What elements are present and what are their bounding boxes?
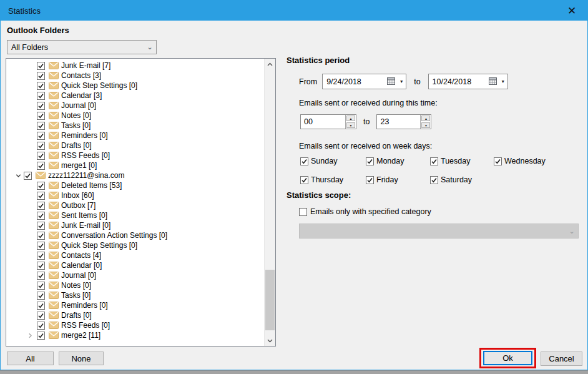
tree-item[interactable]: Quick Step Settings [0]	[6, 81, 265, 91]
weekday-checkbox-thursday[interactable]: Thursday	[300, 175, 343, 184]
folder-checkbox[interactable]	[37, 292, 45, 300]
hour-to-spinner[interactable]: ▲ ▼	[376, 114, 431, 129]
folder-checkbox[interactable]	[37, 162, 45, 170]
from-date-input[interactable]	[323, 77, 387, 87]
folder-checkbox[interactable]	[37, 322, 45, 330]
tree-item[interactable]: Sent Items [0]	[6, 210, 265, 220]
folder-checkbox[interactable]	[37, 262, 45, 270]
tree-item[interactable]: Tasks [0]	[6, 121, 265, 130]
weekday-checkbox-sunday[interactable]: Sunday	[300, 157, 337, 165]
folder-checkbox[interactable]	[37, 302, 45, 310]
tree-item[interactable]: Notes [0]	[6, 280, 265, 290]
folder-checkbox[interactable]	[37, 312, 45, 320]
spin-up-icon[interactable]: ▲	[421, 116, 430, 121]
category-checkbox-row[interactable]: Emails only with specified category	[299, 207, 431, 216]
folder-checkbox[interactable]	[37, 82, 45, 90]
tree-item[interactable]: Drafts [0]	[6, 310, 265, 320]
hour-to-input[interactable]	[377, 115, 420, 129]
tree-item[interactable]: Deleted Items [53]	[6, 180, 265, 190]
tree-item[interactable]: zzzz112211@sina.com	[6, 170, 265, 180]
date-dropdown-caret-icon[interactable]: ▼	[397, 79, 406, 84]
tree-item[interactable]: merge2 [11]	[6, 330, 265, 340]
tree-item[interactable]: Calendar [0]	[6, 260, 265, 270]
tree-item[interactable]: Reminders [0]	[6, 300, 265, 310]
weekday-checkbox-wednesday[interactable]: Wednesday	[494, 157, 546, 165]
tree-item[interactable]: Junk E-mail [0]	[6, 220, 265, 230]
tree-item[interactable]: Calendar [3]	[6, 91, 265, 101]
time-to-label: to	[363, 117, 370, 126]
spin-down-icon[interactable]: ▼	[346, 122, 355, 128]
folder-checkbox[interactable]	[37, 222, 45, 230]
date-dropdown-caret-icon[interactable]: ▼	[499, 79, 507, 84]
scrollbar-thumb[interactable]	[265, 270, 275, 330]
from-date-picker[interactable]: ▼	[322, 74, 406, 89]
weekday-checkbox-friday[interactable]: Friday	[366, 175, 398, 184]
folder-checkbox[interactable]	[24, 172, 32, 180]
folder-checkbox[interactable]	[37, 62, 45, 70]
none-button[interactable]: None	[59, 352, 104, 365]
ok-button[interactable]: Ok	[483, 351, 532, 365]
folder-checkbox[interactable]	[37, 202, 45, 210]
folder-checkbox[interactable]	[37, 122, 45, 130]
folder-label: RSS Feeds [0]	[61, 321, 110, 330]
tree-item[interactable]: Reminders [0]	[6, 130, 265, 140]
weekday-checkbox-monday[interactable]: Monday	[366, 157, 404, 165]
mail-folder-icon	[49, 102, 59, 109]
category-select-disabled: ⌄	[299, 224, 579, 239]
folder-checkbox[interactable]	[37, 132, 45, 140]
spin-down-icon[interactable]: ▼	[421, 122, 430, 128]
folder-checkbox[interactable]	[37, 212, 45, 220]
dates-to-label: to	[414, 77, 420, 86]
tree-item[interactable]: Contacts [3]	[6, 71, 265, 81]
tree-item[interactable]: Inbox [60]	[6, 190, 265, 200]
all-button[interactable]: All	[7, 352, 54, 365]
mail-folder-icon	[49, 252, 59, 259]
to-date-input[interactable]	[429, 77, 489, 87]
folder-checkbox[interactable]	[37, 242, 45, 250]
checkbox-icon[interactable]	[299, 208, 307, 216]
spin-up-icon[interactable]: ▲	[346, 116, 355, 121]
folders-filter-select[interactable]: All Folders ⌄	[7, 40, 157, 54]
hour-from-spinner[interactable]: ▲ ▼	[300, 114, 356, 129]
mail-folder-icon	[49, 182, 59, 189]
tree-item[interactable]: Conversation Action Settings [0]	[6, 230, 265, 240]
tree-item[interactable]: Journal [0]	[6, 101, 265, 111]
cancel-button[interactable]: Cancel	[541, 352, 582, 366]
tree-item[interactable]: merge1 [0]	[6, 160, 265, 170]
weekday-checkbox-saturday[interactable]: Saturday	[430, 175, 472, 184]
folder-label: Conversation Action Settings [0]	[61, 231, 167, 240]
tree-item[interactable]: Junk E-mail [7]	[6, 61, 265, 71]
folder-label: Contacts [4]	[61, 251, 101, 260]
folder-checkbox[interactable]	[37, 102, 45, 110]
folder-checkbox[interactable]	[37, 112, 45, 120]
chevron-right-icon[interactable]	[27, 332, 34, 339]
scroll-down-icon[interactable]	[265, 335, 275, 346]
folder-checkbox[interactable]	[37, 192, 45, 200]
folder-checkbox[interactable]	[37, 232, 45, 240]
tree-item[interactable]: Outbox [7]	[6, 200, 265, 210]
tree-item[interactable]: Tasks [0]	[6, 290, 265, 300]
folder-checkbox[interactable]	[37, 92, 45, 100]
tree-item[interactable]: RSS Feeds [0]	[6, 320, 265, 330]
folder-checkbox[interactable]	[37, 272, 45, 280]
to-date-picker[interactable]: ▼	[428, 74, 508, 89]
folder-checkbox[interactable]	[37, 152, 45, 160]
folder-checkbox[interactable]	[37, 182, 45, 190]
tree-item[interactable]: Drafts [0]	[6, 140, 265, 150]
tree-item[interactable]: Quick Step Settings [0]	[6, 240, 265, 250]
folder-checkbox[interactable]	[37, 252, 45, 260]
tree-item[interactable]: Notes [0]	[6, 111, 265, 121]
hour-from-input[interactable]	[301, 115, 345, 129]
weekday-checkbox-tuesday[interactable]: Tuesday	[430, 157, 470, 165]
tree-item[interactable]: Journal [0]	[6, 270, 265, 280]
tree-item[interactable]: RSS Feeds [0]	[6, 150, 265, 160]
close-icon[interactable]: ✕	[562, 1, 581, 21]
vertical-scrollbar[interactable]	[264, 59, 275, 346]
folder-checkbox[interactable]	[37, 282, 45, 290]
folder-checkbox[interactable]	[37, 72, 45, 80]
tree-item[interactable]: Contacts [4]	[6, 250, 265, 260]
folder-checkbox[interactable]	[37, 332, 45, 340]
scroll-up-icon[interactable]	[265, 59, 275, 69]
chevron-down-icon[interactable]	[15, 172, 22, 179]
folder-checkbox[interactable]	[37, 142, 45, 150]
